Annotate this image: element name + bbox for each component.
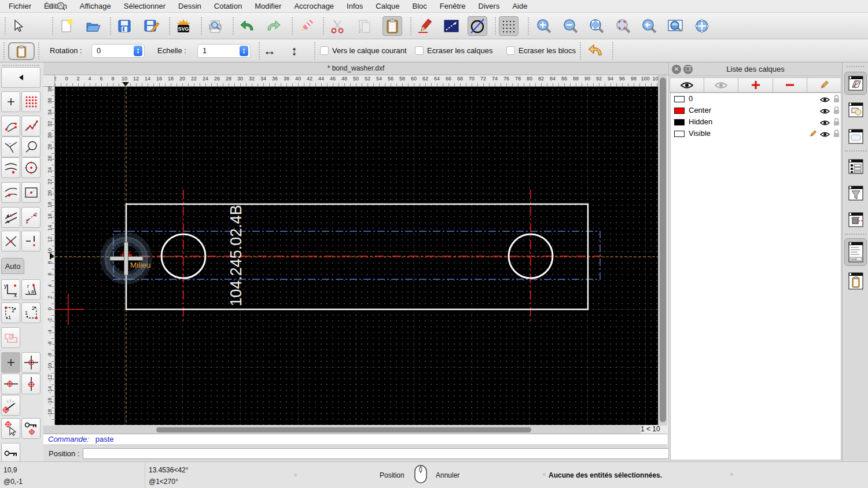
layer-row-Visible[interactable]: Visible — [671, 128, 841, 139]
panel-filter-button[interactable] — [844, 182, 867, 205]
vertical-scrollbar-thumb[interactable] — [660, 77, 666, 422]
unlock-relative-zero-button[interactable] — [1, 443, 20, 464]
no-relative-zero-button[interactable] — [1, 352, 20, 373]
menu-item-3[interactable]: Sélectionner — [124, 2, 165, 10]
layer-lock-icon[interactable] — [833, 130, 840, 140]
show-all-layers-button[interactable] — [670, 77, 704, 93]
snap-center-button[interactable] — [21, 157, 41, 178]
panel-blocks-button[interactable] — [844, 98, 867, 121]
rotation-combobox[interactable]: 0▲▼ — [91, 44, 145, 58]
menu-item-11[interactable]: Fenêtre — [440, 2, 466, 10]
checkbox-0[interactable] — [320, 46, 329, 55]
snap-intersection-auto-button[interactable] — [1, 136, 20, 157]
zoom-back-button[interactable] — [639, 16, 659, 36]
panel-entity-list-button[interactable] — [844, 155, 867, 178]
menu-item-9[interactable]: Calque — [376, 2, 399, 10]
part-number-text[interactable]: 104.245.02.4B — [227, 205, 245, 306]
add-layer-button[interactable] — [738, 77, 773, 93]
panel-command-button[interactable]: cmd — [844, 238, 867, 266]
draw-pencil-button[interactable] — [415, 16, 435, 36]
panel-layers-button[interactable] — [844, 72, 867, 95]
snap-tangent-button[interactable] — [21, 136, 41, 157]
menu-item-8[interactable]: Infos — [347, 2, 363, 10]
open-file-button[interactable] — [83, 16, 103, 36]
menu-item-2[interactable]: Affichage — [80, 2, 111, 10]
paste-mode-button[interactable] — [8, 42, 35, 60]
layer-visibility-eye-icon[interactable] — [820, 118, 830, 128]
restrict-12-button[interactable]: 12 — [21, 207, 41, 228]
print-preview-button[interactable] — [205, 16, 225, 36]
restrict-horizontal-button[interactable] — [1, 374, 20, 394]
snap-on-entity-button[interactable] — [21, 116, 41, 136]
snap-grid-button[interactable] — [21, 91, 41, 112]
layer-color-swatch[interactable] — [674, 108, 685, 114]
layer-visibility-eye-icon[interactable] — [820, 95, 830, 105]
flip-vertical-button[interactable]: ↕ — [291, 39, 297, 62]
zoom-window-button[interactable] — [665, 16, 685, 36]
set-relative-zero-button[interactable] — [21, 352, 41, 373]
layer-visibility-eye-icon[interactable] — [820, 130, 830, 140]
zoom-previous-button[interactable] — [613, 16, 633, 36]
menu-item-5[interactable]: Cotation — [214, 2, 242, 10]
layer-color-swatch[interactable] — [674, 96, 685, 102]
snap-auto-button[interactable]: Auto — [1, 258, 24, 274]
position-input[interactable] — [83, 448, 692, 459]
layer-visibility-eye-icon[interactable] — [820, 106, 830, 117]
undo-paste-button[interactable] — [586, 41, 605, 61]
zoom-out-button[interactable] — [561, 16, 580, 36]
panel-pen-button[interactable] — [844, 208, 867, 231]
svg-export-button[interactable]: SVG — [174, 16, 193, 36]
zoom-in-button[interactable] — [534, 16, 554, 36]
layer-row-0[interactable]: 0 — [671, 93, 841, 105]
undo-button[interactable] — [237, 16, 257, 36]
zoom-pan-button[interactable] — [692, 16, 712, 36]
restrict-nothing-button[interactable] — [21, 231, 41, 252]
snap-disabled-button[interactable] — [1, 327, 20, 348]
menu-item-4[interactable]: Dessin — [178, 2, 201, 10]
checkbox-1[interactable] — [415, 46, 424, 55]
snap-distance-button[interactable] — [1, 182, 20, 203]
snap-reference-button[interactable] — [21, 182, 41, 203]
restrict-vertical-button[interactable] — [21, 374, 41, 394]
new-file-button[interactable] — [57, 16, 76, 36]
restrict-orthogonal-button[interactable] — [1, 207, 20, 228]
snap-free-button[interactable] — [1, 91, 20, 112]
circle-tool-button[interactable] — [468, 16, 487, 36]
edit-layer-button[interactable] — [807, 77, 841, 93]
menu-item-7[interactable]: Accrochage — [294, 2, 334, 10]
vertical-scrollbar[interactable] — [658, 75, 667, 426]
remove-layer-button[interactable] — [773, 77, 807, 93]
copy-button[interactable]: + — [355, 16, 375, 36]
panel-library-button[interactable] — [844, 125, 867, 148]
menu-item-0[interactable]: Fichier — [9, 2, 31, 10]
corner-12-a-button[interactable]: 12 — [1, 302, 20, 323]
corner-12-b-button[interactable]: 12 — [21, 302, 41, 323]
snap-endpoint-button[interactable] — [1, 116, 20, 136]
menu-item-6[interactable]: Modifier — [255, 2, 281, 10]
menu-item-13[interactable]: Aide — [512, 2, 527, 10]
layer-lock-icon[interactable] — [833, 118, 840, 128]
checkbox-2[interactable] — [506, 46, 515, 55]
menu-item-10[interactable]: Bloc — [412, 2, 426, 10]
coordinate-polar-button[interactable]: ra — [21, 279, 41, 300]
pick-relative-zero-button[interactable] — [1, 418, 20, 439]
snapbar-back-button[interactable] — [1, 67, 41, 88]
tab-close-button[interactable]: ✕ — [45, 1, 54, 10]
layer-lock-icon[interactable] — [833, 95, 840, 105]
cursor-tool-button[interactable] — [8, 16, 28, 36]
flip-horizontal-button[interactable]: ↔ — [263, 39, 276, 62]
redo-button[interactable] — [264, 16, 284, 36]
layer-color-swatch[interactable] — [674, 119, 685, 125]
menu-item-12[interactable]: Divers — [479, 2, 500, 10]
layer-lock-icon[interactable] — [833, 106, 840, 117]
command-line[interactable]: Commande: paste — [43, 434, 667, 445]
paste-button[interactable] — [382, 16, 402, 36]
stepper-arrows-icon[interactable]: ▲▼ — [134, 46, 142, 56]
grid-toggle-button[interactable] — [499, 16, 518, 36]
snap-middle-button[interactable] — [1, 157, 20, 178]
zoom-auto-button[interactable] — [587, 16, 606, 36]
layer-row-Hidden[interactable]: Hidden — [671, 116, 841, 128]
horizontal-scrollbar[interactable] — [43, 426, 641, 434]
cut-button[interactable]: + — [328, 16, 347, 36]
hide-all-layers-button[interactable] — [704, 77, 738, 93]
